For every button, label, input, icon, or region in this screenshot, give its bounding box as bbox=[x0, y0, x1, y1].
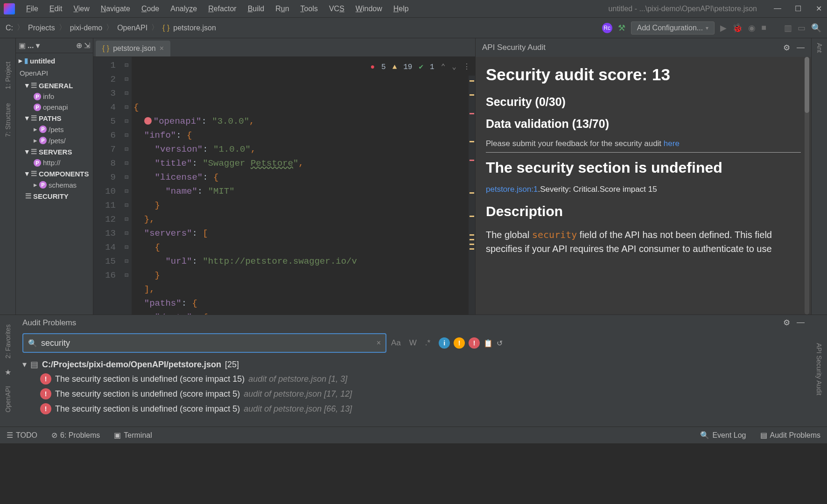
problems-search-box[interactable]: 🔍 × bbox=[22, 333, 386, 353]
gear-icon[interactable] bbox=[783, 318, 790, 328]
problem-row[interactable]: ! The security section is undefined (sco… bbox=[22, 371, 805, 386]
window-maximize-icon[interactable]: ☐ bbox=[793, 4, 803, 13]
coverage-icon[interactable]: ◉ bbox=[748, 23, 756, 33]
next-highlight-icon[interactable]: ⌄ bbox=[452, 60, 456, 74]
tree-item[interactable]: P/pets bbox=[16, 124, 93, 135]
left-tool-gutter: 1: Project 7: Structure bbox=[0, 38, 16, 315]
menu-code[interactable]: Code bbox=[137, 3, 164, 15]
tool-tab-ant[interactable]: Ant bbox=[816, 43, 823, 53]
ok-icon[interactable]: ✔ bbox=[419, 60, 423, 74]
tree-item[interactable]: Popenapi bbox=[16, 102, 93, 112]
inspection-menu-icon[interactable]: ⋮ bbox=[463, 60, 470, 74]
undo-icon[interactable]: ↺ bbox=[497, 339, 503, 348]
tool-tab-structure[interactable]: 7: Structure bbox=[4, 103, 12, 137]
project-selector[interactable]: ... ▾ bbox=[28, 41, 40, 50]
tool-tab-project[interactable]: 1: Project bbox=[4, 62, 12, 89]
error-stripe[interactable] bbox=[469, 76, 475, 315]
breadcrumb: C:〉 Projects〉 pixi-demo〉 OpenAPI〉 { } pe… bbox=[6, 23, 216, 33]
tree-item[interactable]: Phttp:// bbox=[16, 157, 93, 168]
run-icon[interactable]: ▶ bbox=[720, 23, 727, 33]
menu-build[interactable]: Build bbox=[243, 3, 269, 15]
window-minimize-icon[interactable]: — bbox=[773, 4, 782, 13]
problems-file-row[interactable]: ▤ C:/Projects/pixi-demo/OpenAPI/petstore… bbox=[22, 357, 805, 371]
menu-window[interactable]: Window bbox=[351, 3, 387, 15]
menu-view[interactable]: View bbox=[69, 3, 94, 15]
breadcrumb-item[interactable]: OpenAPI bbox=[117, 24, 147, 32]
warning-icon[interactable]: ▲ bbox=[392, 60, 397, 74]
menu-run[interactable]: Run bbox=[271, 3, 294, 15]
menu-vcs[interactable]: VCS bbox=[324, 3, 349, 15]
error-icon[interactable]: ● bbox=[370, 60, 375, 74]
hide-panel-icon[interactable] bbox=[797, 318, 805, 328]
copy-icon[interactable]: 📋 bbox=[484, 339, 493, 348]
build-icon[interactable]: ⚒ bbox=[618, 23, 625, 33]
status-todo[interactable]: ☰TODO bbox=[7, 431, 37, 440]
gear-icon[interactable] bbox=[783, 43, 790, 53]
issue-file-link[interactable]: petstore.json:1 bbox=[486, 185, 538, 194]
filter-warning-icon[interactable]: ! bbox=[454, 337, 465, 349]
menu-edit[interactable]: Edit bbox=[45, 3, 67, 15]
problems-search-input[interactable] bbox=[41, 338, 373, 348]
prev-highlight-icon[interactable]: ⌃ bbox=[441, 60, 446, 74]
status-problems[interactable]: ⊘6: Problems bbox=[51, 431, 100, 440]
tree-section-general[interactable]: GENERAL bbox=[16, 80, 93, 91]
menu-help[interactable]: Help bbox=[389, 3, 414, 15]
project-panel: ▣ ... ▾ ⊕ ⇲ ▮untitled OpenAPI GENERAL Pi… bbox=[16, 38, 93, 315]
tree-root[interactable]: ▮untitled bbox=[16, 55, 93, 66]
search-everywhere-icon[interactable]: 🔍 bbox=[811, 23, 821, 33]
problem-row[interactable]: ! The security section is undefined (sco… bbox=[22, 386, 805, 401]
status-event-log[interactable]: 🔍Event Log bbox=[700, 431, 746, 440]
breadcrumb-item[interactable]: Projects bbox=[28, 24, 55, 32]
stop-icon[interactable]: ■ bbox=[761, 23, 766, 33]
tree-section-components[interactable]: COMPONENTS bbox=[16, 168, 93, 179]
scrollbar[interactable] bbox=[805, 57, 809, 315]
menu-analyze[interactable]: Analyze bbox=[166, 3, 202, 15]
plugin-badge-icon[interactable]: Rc bbox=[602, 23, 612, 33]
presentation-icon[interactable]: ▭ bbox=[798, 23, 806, 33]
window-title: untitled - ...\pixi-demo\OpenAPI\petstor… bbox=[609, 5, 762, 13]
target-icon[interactable]: ⊕ bbox=[76, 41, 82, 50]
regex-icon[interactable]: .* bbox=[425, 338, 430, 348]
collapse-icon[interactable]: ⇲ bbox=[84, 41, 90, 50]
status-audit-problems[interactable]: ▤Audit Problems bbox=[760, 431, 821, 440]
tree-item[interactable]: P/pets/ bbox=[16, 135, 93, 146]
code-editor[interactable]: 12345678910111213141516 ⊟⊟⊟⊟⊟⊟⊟⊟⊟⊟⊟⊟⊟⊟⊟⊟… bbox=[93, 57, 475, 315]
status-terminal[interactable]: ▣Terminal bbox=[114, 431, 152, 440]
editor-tab[interactable]: { } petstore.json × bbox=[96, 41, 170, 56]
tree-item[interactable]: Pschemas bbox=[16, 179, 93, 190]
audit-description-heading: Description bbox=[486, 203, 801, 219]
json-file-icon: { } bbox=[102, 44, 109, 53]
tool-tab-openapi[interactable]: OpenAPI bbox=[4, 386, 12, 413]
problem-row[interactable]: ! The security section is undefined (sco… bbox=[22, 401, 805, 416]
close-tab-icon[interactable]: × bbox=[160, 44, 164, 53]
editor-area: { } petstore.json × 12345678910111213141… bbox=[93, 38, 475, 315]
menu-file[interactable]: File bbox=[21, 3, 43, 15]
filter-info-icon[interactable]: i bbox=[439, 337, 450, 349]
clear-search-icon[interactable]: × bbox=[377, 339, 381, 347]
tree-section-servers[interactable]: SERVERS bbox=[16, 146, 93, 157]
ide-logo-icon bbox=[4, 3, 15, 14]
menu-tools[interactable]: Tools bbox=[296, 3, 322, 15]
tree-section-security[interactable]: SECURITY bbox=[16, 190, 93, 202]
tree-openapi-header[interactable]: OpenAPI bbox=[16, 66, 93, 80]
layout-icon[interactable]: ▥ bbox=[784, 23, 792, 33]
window-close-icon[interactable]: ✕ bbox=[814, 4, 823, 13]
debug-icon[interactable]: 🐞 bbox=[732, 23, 743, 33]
breadcrumb-item[interactable]: petstore.json bbox=[173, 24, 216, 32]
breadcrumb-item[interactable]: C: bbox=[6, 24, 13, 32]
tree-item[interactable]: Pinfo bbox=[16, 91, 93, 102]
hide-panel-icon[interactable] bbox=[797, 43, 805, 53]
breadcrumb-item[interactable]: pixi-demo bbox=[70, 24, 102, 32]
match-case-icon[interactable]: Aa bbox=[391, 338, 401, 348]
menu-navigate[interactable]: Navigate bbox=[96, 3, 135, 15]
menu-refactor[interactable]: Refactor bbox=[203, 3, 241, 15]
add-configuration-button[interactable]: Add Configuration...▾ bbox=[631, 21, 715, 35]
tool-tab-api-security-audit[interactable]: API Security Audit bbox=[815, 343, 823, 395]
filter-error-icon[interactable]: ! bbox=[469, 337, 480, 349]
tree-section-paths[interactable]: PATHS bbox=[16, 112, 93, 124]
tool-tab-favorites[interactable]: 2: Favorites bbox=[4, 324, 12, 358]
words-icon[interactable]: W bbox=[409, 338, 417, 348]
star-icon[interactable]: ★ bbox=[5, 368, 11, 377]
feedback-link[interactable]: here bbox=[664, 139, 680, 148]
titlebar: File Edit View Navigate Code Analyze Ref… bbox=[0, 0, 827, 18]
